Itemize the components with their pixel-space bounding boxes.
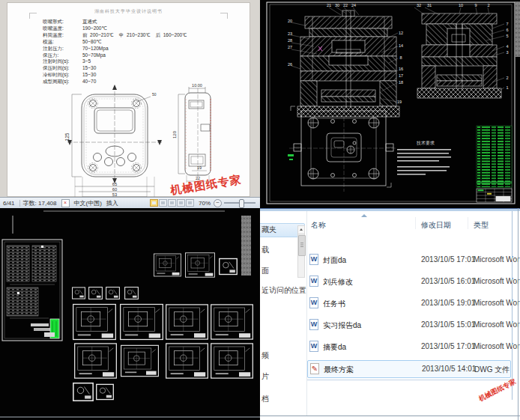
window-bottom-edge (260, 416, 520, 416)
callout-number: 26 (288, 62, 292, 67)
file-type: Microsoft Wor (474, 342, 520, 350)
column-header-name[interactable]: 名称 (311, 220, 326, 231)
zoom-level[interactable]: 70% (199, 200, 211, 207)
callout-number: 9 (474, 3, 477, 7)
spec-value: 15~30 (82, 65, 96, 72)
callout-number: 10 (459, 3, 463, 7)
file-name: 实习报告da (323, 320, 361, 331)
dimension-label: 53 (112, 192, 117, 197)
spec-row: 保压时间(s):15~30 (43, 65, 187, 72)
callout-number: 6 (506, 28, 508, 32)
sidebar-item-recent-places[interactable]: 近访问的位置 (261, 285, 306, 296)
fullscreen-view-button[interactable] (159, 199, 167, 207)
pane-divider[interactable] (306, 211, 307, 416)
page-margin-mark (220, 13, 228, 19)
part-drawing-thumbnail[interactable] (220, 259, 238, 275)
web-layout-view-button[interactable] (168, 199, 176, 207)
part-drawing-thumbnail[interactable] (154, 254, 181, 276)
file-date: 2013/10/5 14:01 (422, 365, 476, 373)
insert-mode-indicator[interactable]: 插入 (106, 199, 118, 207)
file-row-selected[interactable]: ✎ 最终方案 2013/10/5 14:01 DWG 文件 (307, 360, 511, 378)
file-row[interactable]: W 摘要da 2013/10/5 17:01 Microsoft Wor (307, 338, 511, 356)
plan-view (288, 105, 397, 192)
file-row[interactable]: W 任务书 2013/10/5 19:01 Microsoft Wor (307, 295, 511, 313)
page-indicator[interactable]: 6/41 (3, 200, 15, 207)
zoom-slider-thumb[interactable] (239, 199, 244, 208)
zoom-out-button[interactable]: − (214, 199, 222, 207)
sidebar-item-downloads[interactable]: 载 (261, 245, 269, 255)
scrollbar-fragment[interactable] (241, 216, 251, 276)
assembly-drawing-thumbnail[interactable] (2, 240, 62, 341)
part-drawing-thumbnail[interactable] (73, 383, 93, 401)
spec-row: 喷嘴形式:直通式 (43, 19, 187, 25)
spec-row: 喷嘴温度:190~200℃ (43, 25, 187, 32)
page-margin-mark (29, 13, 37, 19)
part-drawing-thumbnail[interactable] (211, 305, 253, 339)
dimension-label: 50 (152, 92, 157, 97)
part-drawing-thumbnail[interactable] (166, 344, 208, 378)
callout-number: 12 (399, 31, 403, 35)
word-page: 湖南科技大学毕业设计说明书 喷嘴形式:直通式 喷嘴温度:190~200℃ 料筒温… (7, 2, 250, 197)
file-date: 2013/10/5 17:01 (421, 255, 475, 264)
scrollbar-thumb[interactable] (298, 235, 306, 256)
dimension-label: 19 (197, 165, 202, 170)
sidebar-scrollbar[interactable] (297, 225, 305, 278)
cad-assembly-svg: 20 23 28 27 26 21 30 22 24 12 14 8 16 17… (260, 0, 520, 208)
spec-label: 冷却时间(s): (43, 72, 82, 79)
part-drawing-thumbnail[interactable] (166, 305, 208, 339)
divider (19, 200, 20, 207)
sidebar-item-pictures[interactable]: 片 (261, 371, 269, 382)
callout-number: 3 (506, 50, 508, 55)
scroll-up-arrow[interactable] (298, 226, 304, 234)
word-doc-icon: W (309, 319, 318, 330)
part-drawing-thumbnail[interactable] (106, 287, 120, 299)
column-header-date[interactable]: 修改日期 (421, 220, 451, 231)
part-drawing-thumbnail[interactable] (211, 344, 253, 378)
word-doc-icon: W (309, 276, 318, 287)
word-count[interactable]: 字数: 17,408 (23, 199, 57, 207)
column-divider[interactable] (415, 217, 416, 229)
spellcheck-icon[interactable]: × (61, 199, 70, 207)
column-header-type[interactable]: 类型 (474, 220, 489, 231)
part-drawing-thumbnail[interactable] (121, 305, 163, 340)
file-row[interactable]: W 封面da 2013/10/5 17:01 Microsoft Wor (307, 252, 511, 270)
sidebar-item-documents[interactable]: 档 (261, 394, 269, 404)
callout-number: 23 (288, 31, 292, 36)
part-drawing-thumbnail[interactable] (97, 384, 114, 399)
part-drawing-thumbnail[interactable] (185, 253, 214, 277)
dimension-label: 125 (64, 133, 70, 141)
spec-row: 注射时间(s):3~5 (43, 58, 187, 65)
green-grip-mark (289, 159, 293, 160)
left-section-view (291, 7, 399, 117)
spec-value: 50~80℃ (82, 39, 102, 46)
part-drawing-thumbnail[interactable] (75, 344, 117, 378)
sidebar-item-favorites[interactable]: 藏夹 (261, 225, 276, 235)
language-indicator[interactable]: 中文(中国) (74, 199, 102, 207)
spec-label: 料筒温度: (43, 32, 82, 39)
column-divider[interactable] (468, 217, 468, 229)
part-drawing-thumbnail[interactable] (73, 287, 85, 299)
spec-row: 注射压力:70~120Mpa (43, 46, 187, 52)
zoom-slider[interactable] (224, 202, 256, 204)
part-drawing-thumbnail[interactable] (121, 345, 159, 376)
file-row[interactable]: W 刘兵修改 2013/10/5 16:01 Microsoft Wor (307, 273, 511, 291)
dimension-label: 65 (112, 182, 117, 186)
part-drawing-thumbnail[interactable] (73, 305, 116, 340)
callout-number: 24 (351, 3, 356, 7)
spec-value: 50~70Mpa (82, 52, 106, 59)
explorer-sidebar: 藏夹 载 面 近访问的位置 频 片 档 (260, 211, 297, 416)
part-drawing-thumbnail[interactable] (125, 287, 139, 299)
scrollbar-fragment[interactable] (515, 1, 520, 57)
draft-view-button[interactable] (186, 199, 194, 207)
file-row[interactable]: W 实习报告da 2013/10/5 15:01 Microsoft Wor (307, 317, 511, 335)
print-layout-view-button[interactable] (150, 199, 158, 207)
sidebar-item-videos[interactable]: 频 (261, 350, 269, 361)
spec-label: 注射时间(s): (43, 58, 82, 65)
file-type: Microsoft Wor (474, 299, 520, 307)
callout-number: 19 (397, 100, 402, 104)
outline-view-button[interactable] (177, 199, 185, 207)
callout-number: 2 (506, 76, 508, 80)
sidebar-item-desktop[interactable]: 面 (261, 266, 269, 276)
selection-shadow-line (307, 380, 512, 380)
part-drawing-thumbnail[interactable] (89, 287, 103, 299)
